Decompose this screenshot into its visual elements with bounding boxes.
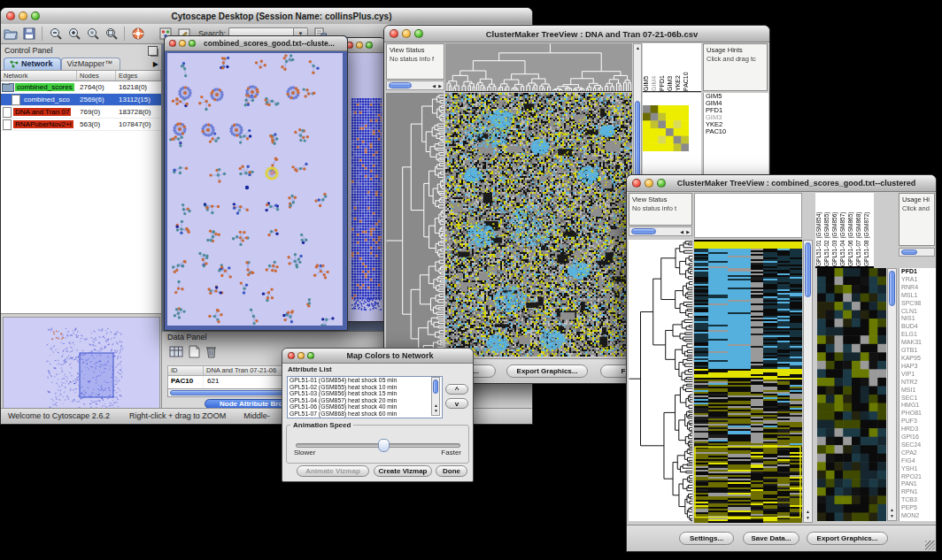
gene-label[interactable]: PEP5 [900,504,936,512]
attribute-list-item[interactable]: GPL51-07 (GSM868) heat shock 60 min [288,410,442,418]
slider-thumb[interactable] [378,439,390,452]
network-list-row[interactable]: DNA and Tran 07769(0)183728(0) [1,106,161,119]
gene-label[interactable]: HRD3 [900,426,936,433]
treeview1-status-hscrollbar[interactable]: ◀▶ [386,81,444,90]
select-attributes-icon[interactable] [169,345,183,362]
main-titlebar[interactable]: Cytoscape Desktop (Session Name: collins… [1,8,532,25]
gene-label[interactable]: PAC10 [704,128,768,135]
zoom-fit-icon[interactable] [103,26,120,42]
attribute-list-scrollbar[interactable]: ▲ ▼ [431,377,440,416]
network1-titlebar[interactable]: combined_scores_good.txt--cluste... [165,36,347,51]
gene-label[interactable]: HMG1 [900,402,936,410]
save-session-icon[interactable] [20,26,37,42]
tab-overflow-arrow[interactable]: ▶ [153,60,158,68]
column-label[interactable]: PFD1 [659,43,667,91]
gene-label[interactable]: RPO21 [900,473,936,481]
network1-canvas[interactable] [167,53,343,326]
treeview2-gene-dendrogram[interactable] [629,240,692,521]
gene-label[interactable]: MSI1 [900,387,936,395]
treeview1-similarity-heatmap[interactable] [643,105,689,151]
done-button[interactable]: Done [436,465,467,477]
gene-label[interactable]: KAP95 [900,355,936,363]
gene-label[interactable]: NTR2 [900,379,936,387]
gene-label[interactable]: PUF3 [900,418,936,426]
minimize-icon[interactable] [402,29,411,38]
treeview2-vscrollbar[interactable]: ▲ ▼ [803,240,813,523]
minimize-icon[interactable] [645,179,653,188]
help-icon[interactable] [129,26,146,42]
gene-label[interactable]: YSH1 [900,465,936,473]
zoom-window-icon[interactable] [189,40,196,47]
network-list-row[interactable]: RNAPuberNov2+I563(0)107847(0) [1,119,161,131]
minimize-icon[interactable] [297,352,305,359]
move-down-button[interactable]: v [445,398,468,409]
attribute-list-item[interactable]: GPL51-02 (GSM855) heat shock 10 min [288,384,442,391]
gene-label[interactable]: CPA2 [900,449,936,457]
close-icon[interactable] [6,12,15,20]
gene-label[interactable]: FIG4 [900,457,936,465]
minimize-icon[interactable] [179,40,186,47]
gene-label[interactable]: NIS1 [900,315,936,323]
network2-titlebar[interactable] [343,38,384,53]
new-attribute-icon[interactable] [189,345,200,362]
treeview2-titlebar[interactable]: ClusterMaker TreeView : combined_scores_… [627,175,936,192]
close-icon[interactable] [390,29,398,38]
minimize-icon[interactable] [356,42,363,49]
settings-button[interactable]: Settings... [679,532,734,545]
column-label[interactable]: GPL51-01 (GSM854) [815,193,823,266]
attribute-list[interactable]: GPL51-01 (GSM854) heat shock 05 minGPL51… [287,376,443,418]
gene-label[interactable]: BUD4 [900,323,936,331]
column-label[interactable]: GIM3 [667,43,675,91]
gene-label[interactable]: MON2 [900,512,936,520]
column-label[interactable]: GPL51-04 (GSM857) [839,193,847,266]
treeview2-status-hscrollbar[interactable]: ◀▶ [629,226,692,236]
attribute-list-item[interactable]: GPL51-06 (GSM865) heat shock 40 min [288,403,442,410]
gene-label[interactable]: SEC24 [900,441,936,449]
tab-network[interactable]: Network [4,58,61,70]
gene-label[interactable]: ELG1 [900,331,936,339]
treeview1-gene-dendrogram[interactable] [386,93,444,357]
column-label[interactable]: GPL51-03 (GSM856) [831,193,839,266]
create-vizmap-button[interactable]: Create Vizmap [374,465,432,477]
gene-label[interactable]: MAK31 [900,339,936,347]
treeview1-titlebar[interactable]: ClusterMaker TreeView : DNA and Tran 07-… [384,26,769,42]
treeview1-array-dendrogram[interactable] [445,43,632,92]
gene-label[interactable]: RNR4 [900,284,936,292]
gene-label[interactable]: PAN1 [900,480,936,488]
zoom-window-icon[interactable] [366,42,373,49]
tab-vizmapper[interactable]: VizMapper™ [61,58,121,70]
network-list-row[interactable]: combined_sco2569(6)13112(15) [1,94,161,106]
column-label[interactable]: PAC10 [683,43,691,91]
gene-label[interactable]: TCB3 [900,496,936,504]
treeview2-zoom-heatmap[interactable] [817,268,886,521]
animate-vizmap-button[interactable]: Animate Vizmap [297,465,369,477]
gene-label[interactable]: SPC98 [900,300,936,308]
treeview2-heatmap[interactable] [694,240,802,523]
gene-label[interactable]: PFD1 [900,268,936,276]
treeview2-zoom-vscrollbar[interactable]: ▲ ▼ [887,268,897,521]
close-icon[interactable] [288,352,295,359]
birdseye-view-canvas[interactable] [3,317,160,416]
gene-label[interactable]: GPI16 [900,433,936,441]
close-icon[interactable] [632,179,641,188]
gene-label[interactable]: SEC1 [900,395,936,403]
gene-label[interactable]: VIP1 [900,371,936,379]
resize-grip[interactable] [925,541,935,550]
zoom-selected-icon[interactable] [84,26,101,42]
zoom-window-icon[interactable] [31,12,40,20]
gene-label[interactable]: HAP3 [900,363,936,371]
zoom-window-icon[interactable] [414,29,423,38]
move-up-button[interactable]: ^ [445,384,468,395]
column-label[interactable]: YKE2 [675,43,683,91]
gene-label[interactable]: MSL1 [900,292,936,300]
gene-label[interactable]: CLN1 [900,308,936,316]
gene-label[interactable]: GTB1 [900,347,936,355]
dialog-titlebar[interactable]: Map Colors to Network [282,349,473,364]
minimize-icon[interactable] [19,12,27,20]
zoom-out-icon[interactable] [47,26,64,42]
open-session-icon[interactable] [2,26,19,42]
network-list-row[interactable]: combined_scores2764(0)16218(0) [1,81,161,94]
column-label[interactable]: GIM4 [651,43,659,91]
gene-label[interactable]: PHO81 [900,410,936,418]
export-graphics-button[interactable]: Export Graphics... [807,532,888,545]
